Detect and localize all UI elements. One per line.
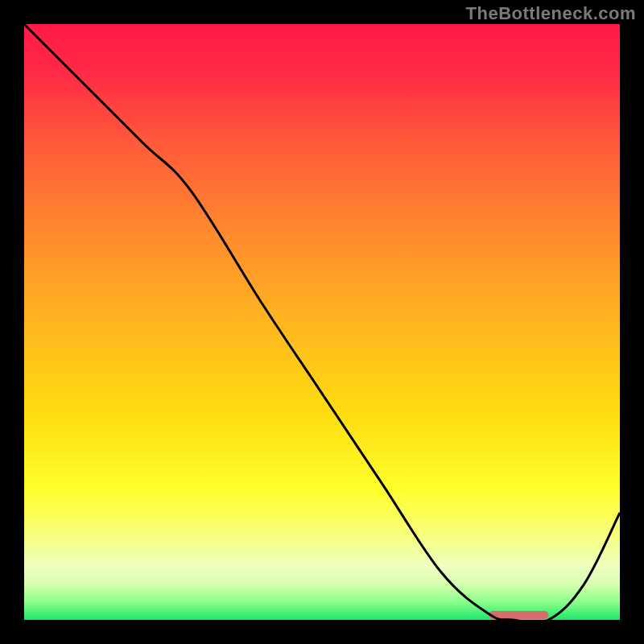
watermark-text: TheBottleneck.com — [466, 3, 636, 24]
chart-stage — [24, 24, 620, 620]
bottleneck-chart — [24, 24, 620, 620]
